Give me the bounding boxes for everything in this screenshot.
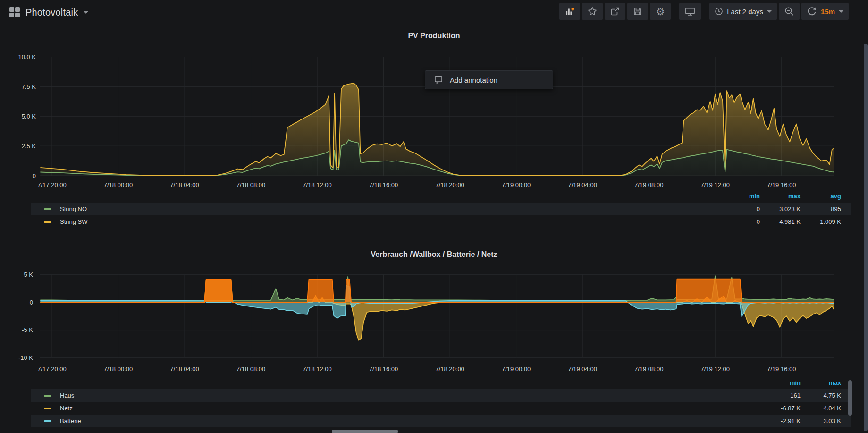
navbar: Photovoltaik — [0, 0, 868, 25]
svg-text:7/18 20:00: 7/18 20:00 — [435, 181, 464, 188]
svg-text:7/19 16:00: 7/19 16:00 — [767, 365, 796, 373]
svg-text:7.5 K: 7.5 K — [22, 83, 36, 90]
legend-col-min[interactable]: min — [760, 379, 801, 386]
stat-avg: 895 — [801, 205, 841, 212]
panel-title-verbrauch[interactable]: Verbrauch /Wallbox / Batterie / Netz — [0, 250, 868, 259]
dashboard-title-caret-icon[interactable] — [84, 11, 88, 14]
stat-min: 0 — [719, 218, 760, 225]
legend-row-verbrauch-batterie[interactable]: Batterie-2.91 K3.03 K — [31, 415, 851, 427]
svg-text:-5 K: -5 K — [22, 326, 33, 333]
series-color-swatch[interactable] — [44, 420, 51, 422]
stat-min: -6.87 K — [760, 405, 801, 412]
legend-row-verbrauch-haus[interactable]: Haus1614.75 K — [31, 389, 851, 402]
svg-text:7/18 16:00: 7/18 16:00 — [369, 181, 398, 188]
gear-icon: ⚙ — [656, 7, 665, 17]
svg-text:5.0 K: 5.0 K — [22, 113, 36, 120]
svg-text:7/18 04:00: 7/18 04:00 — [170, 181, 199, 188]
legend-pv-produktion: minmaxavgString NO03.023 K895String SW04… — [31, 190, 851, 228]
stat-min: 161 — [760, 392, 801, 399]
legend-header: minmax — [31, 376, 851, 389]
zoom-out-icon — [784, 6, 794, 17]
svg-text:7/18 08:00: 7/18 08:00 — [236, 181, 265, 188]
svg-text:10.0 K: 10.0 K — [18, 53, 36, 60]
pv-produktion-plot-area[interactable] — [40, 51, 834, 176]
add-annotation-menu-item[interactable]: Add annotation — [425, 70, 553, 89]
svg-text:7/18 12:00: 7/18 12:00 — [303, 365, 331, 373]
page-scrollbar[interactable] — [864, 44, 868, 431]
comment-icon — [434, 75, 443, 85]
series-color-swatch[interactable] — [44, 395, 51, 397]
svg-text:7/19 08:00: 7/19 08:00 — [634, 365, 663, 373]
time-range-label: Last 2 days — [727, 8, 763, 16]
star-button[interactable] — [582, 3, 603, 20]
refresh-icon — [807, 6, 817, 17]
share-icon — [610, 6, 620, 17]
series-label[interactable]: Haus — [60, 392, 74, 399]
stat-avg: 1.009 K — [801, 218, 841, 225]
series-label[interactable]: String SW — [60, 218, 88, 225]
series-color-swatch[interactable] — [44, 221, 51, 223]
zoom-out-button[interactable] — [779, 3, 800, 20]
settings-button[interactable]: ⚙ — [650, 3, 671, 20]
time-range-picker[interactable]: Last 2 days — [709, 3, 777, 20]
legend-scrollbar[interactable] — [848, 380, 852, 416]
dashboard-title[interactable]: Photovoltaik — [25, 7, 78, 18]
svg-text:5 K: 5 K — [24, 271, 33, 278]
legend-col-max[interactable]: max — [801, 379, 841, 386]
legend-row-verbrauch-netz[interactable]: Netz-6.87 K4.04 K — [31, 402, 851, 415]
svg-text:7/18 12:00: 7/18 12:00 — [303, 181, 331, 188]
svg-text:7/19 12:00: 7/19 12:00 — [700, 365, 729, 373]
stat-max: 3.023 K — [760, 205, 801, 212]
horizontal-scrollbar[interactable] — [332, 430, 398, 433]
svg-text:2.5 K: 2.5 K — [22, 143, 36, 150]
legend-col-min[interactable]: min — [719, 193, 760, 200]
add-annotation-label: Add annotation — [450, 76, 497, 84]
svg-text:0: 0 — [33, 172, 36, 179]
monitor-icon — [684, 6, 696, 17]
series-label[interactable]: Netz — [60, 405, 73, 412]
share-button[interactable] — [605, 3, 625, 20]
stat-max: 3.03 K — [801, 417, 841, 425]
dashboards-icon[interactable] — [9, 7, 20, 17]
save-button[interactable] — [627, 3, 648, 20]
stat-max: 4.981 K — [760, 218, 801, 225]
refresh-interval-label: 15m — [821, 8, 835, 16]
verbrauch-plot-area[interactable] — [40, 269, 834, 358]
legend-row-pv-string-sw[interactable]: String SW04.981 K1.009 K — [31, 215, 851, 228]
stat-min: 0 — [719, 205, 760, 212]
clock-icon — [715, 7, 723, 16]
svg-text:7/19 12:00: 7/19 12:00 — [700, 181, 729, 188]
svg-text:-10 K: -10 K — [18, 354, 33, 361]
add-panel-button[interactable] — [559, 3, 580, 20]
time-range-caret-icon — [767, 10, 772, 13]
series-color-swatch[interactable] — [44, 208, 51, 210]
svg-text:7/17 20:00: 7/17 20:00 — [37, 181, 66, 188]
panel-title-pv-produktion[interactable]: PV Produktion — [0, 32, 868, 40]
tv-mode-button[interactable] — [679, 3, 701, 20]
legend-col-max[interactable]: max — [760, 193, 801, 200]
legend-header: minmaxavg — [31, 190, 851, 203]
legend-verbrauch: minmaxHaus1614.75 KNetz-6.87 K4.04 KBatt… — [31, 376, 851, 427]
svg-text:7/19 08:00: 7/19 08:00 — [634, 181, 663, 188]
legend-row-pv-string-no[interactable]: String NO03.023 K895 — [31, 203, 851, 215]
stat-max: 4.04 K — [801, 405, 841, 412]
save-icon — [632, 6, 643, 17]
svg-text:7/18 16:00: 7/18 16:00 — [369, 365, 398, 373]
legend-col-avg[interactable]: avg — [801, 193, 841, 200]
svg-text:7/18 20:00: 7/18 20:00 — [435, 365, 464, 373]
series-color-swatch[interactable] — [44, 408, 51, 409]
svg-text:0: 0 — [30, 299, 33, 306]
refresh-picker[interactable]: 15m — [801, 3, 849, 20]
svg-text:7/19 16:00: 7/19 16:00 — [767, 181, 796, 188]
series-label[interactable]: String NO — [60, 205, 87, 212]
refresh-caret-icon — [839, 10, 843, 13]
add-panel-icon — [565, 6, 575, 17]
svg-text:7/19 04:00: 7/19 04:00 — [568, 365, 597, 373]
svg-text:7/18 08:00: 7/18 08:00 — [236, 365, 265, 373]
svg-text:7/18 00:00: 7/18 00:00 — [104, 365, 133, 373]
svg-text:7/19 04:00: 7/19 04:00 — [568, 181, 597, 188]
svg-text:7/17 20:00: 7/17 20:00 — [37, 365, 66, 373]
star-icon — [587, 6, 598, 17]
series-label[interactable]: Batterie — [60, 417, 81, 425]
svg-text:7/19 00:00: 7/19 00:00 — [502, 365, 531, 373]
